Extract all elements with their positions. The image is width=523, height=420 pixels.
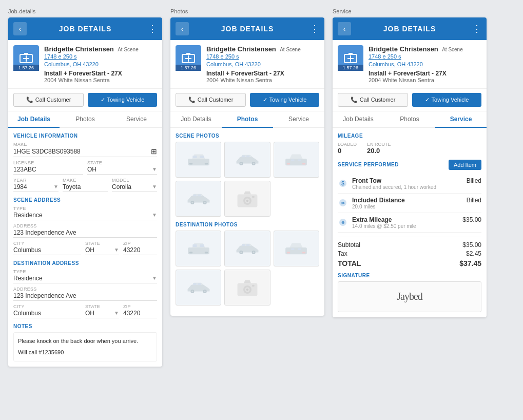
tax-value: $2.45 <box>466 250 481 257</box>
service-item-info-1: Included Distance 20.0 miles <box>352 197 462 209</box>
subtotal-label: Subtotal <box>338 241 360 249</box>
dest-state-label: STATE <box>85 304 119 309</box>
more-button-2[interactable]: ⋮ <box>310 23 319 34</box>
svg-rect-9 <box>189 163 192 164</box>
tab-photos-2[interactable]: Photos <box>222 111 273 128</box>
model-value: Corolla ▼ <box>112 183 157 192</box>
extra-mileage-icon: ⊕ <box>338 217 348 227</box>
svg-point-28 <box>191 202 193 203</box>
phone-icon-2: 📞 <box>188 97 196 103</box>
service-item-price-0: Billed <box>467 177 481 184</box>
dest-address-label: ADDRESS <box>13 287 157 292</box>
address-link2-2[interactable]: Columbus, OH 43220 <box>206 61 319 68</box>
service-item-desc-2: 14.0 miles @ $2.50 per mile <box>352 223 458 229</box>
scene-state-field: STATE OH ▼ <box>85 241 119 255</box>
license-state-row: LICENSE 123ABC STATE OH ▼ <box>13 160 157 175</box>
scene-photo-3[interactable] <box>274 142 319 178</box>
svg-rect-52 <box>198 283 201 285</box>
scene-city-label: CITY <box>13 241 81 246</box>
scene-photo-4[interactable] <box>176 181 221 217</box>
svg-rect-10 <box>204 163 208 164</box>
back-button-3[interactable]: ‹ <box>338 22 351 35</box>
action-btns-3: 📞 Call Customer ✓ Towing Vehicle <box>333 89 487 111</box>
tow-vehicle-btn-2[interactable]: ✓ Towing Vehicle <box>250 93 319 107</box>
extra-mileage-sign-icon: ⊕ <box>339 218 347 226</box>
address-link2-3[interactable]: Columbus, OH 43220 <box>369 61 481 68</box>
svg-point-56 <box>204 291 205 292</box>
tow-vehicle-btn-3[interactable]: ✓ Towing Vehicle <box>412 93 481 107</box>
svg-rect-14 <box>246 156 249 158</box>
notes-box: Please knock on the back door when you a… <box>13 332 157 361</box>
vehicle-desc-1: 2004 White Nissan Sentra <box>44 77 157 83</box>
tab-job-details-3[interactable]: Job Details <box>333 111 384 128</box>
scene-address-title: SCENE ADDRESS <box>13 197 157 203</box>
car-side-icon-1 <box>235 149 260 170</box>
car-rear-icon-1 <box>283 149 309 170</box>
svg-point-33 <box>246 199 249 202</box>
job-info-1: 1:57:26 Bridgette Christensen At Scene 1… <box>8 40 162 89</box>
svg-rect-13 <box>242 156 245 158</box>
car-side-icon-4 <box>186 277 211 298</box>
job-title-2: Install + ForeverStart - 27X <box>206 70 319 77</box>
more-button-1[interactable]: ⋮ <box>148 23 157 34</box>
address-link2-1[interactable]: Columbus, OH 43220 <box>44 61 157 68</box>
panel-header-1: ‹ JOB DETAILS ⋮ <box>8 17 162 40</box>
call-customer-btn-2[interactable]: 📞 Call Customer <box>176 93 246 107</box>
job-details-info-2: Bridgette Christensen At Scene 1748 e 25… <box>206 45 319 83</box>
customer-name-row-1: Bridgette Christensen At Scene <box>44 45 157 53</box>
license-value: 123ABC <box>13 166 83 175</box>
dest-photo-2[interactable] <box>224 231 270 266</box>
svg-rect-41 <box>246 244 249 246</box>
state-value: OH ▼ <box>87 166 157 175</box>
job-icon-3: 1:57:26 <box>338 45 363 71</box>
address-link1-2[interactable]: 1748 e 250 s <box>206 53 319 61</box>
tab-photos-1[interactable]: Photos <box>60 111 111 128</box>
tax-row: Tax $2.45 <box>338 250 481 257</box>
scene-address-value: 123 Independence Ave <box>13 229 157 238</box>
svg-rect-21 <box>302 163 306 164</box>
tab-service-3[interactable]: Service <box>435 111 487 128</box>
address-link1-3[interactable]: 1748 e 250 s <box>369 53 481 61</box>
address-link1-1[interactable]: 1748 e 250 s <box>44 53 157 61</box>
tab-job-details-1[interactable]: Job Details <box>8 111 60 128</box>
dest-photo-4[interactable] <box>176 270 221 306</box>
scene-photo-2[interactable] <box>224 142 270 178</box>
tab-job-details-2[interactable]: Job Details <box>170 111 222 128</box>
add-item-button[interactable]: Add Item <box>449 160 481 170</box>
panel-header-2: ‹ JOB DETAILS ⋮ <box>170 17 324 40</box>
at-scene-1: At Scene <box>118 47 139 52</box>
scene-state-dropdown: ▼ <box>114 247 119 253</box>
back-button-1[interactable]: ‹ <box>13 22 27 35</box>
tab-photos-3[interactable]: Photos <box>384 111 435 128</box>
scene-photos-title: SCENE PHOTOS <box>176 133 319 139</box>
state-label: STATE <box>87 160 157 165</box>
scene-photo-1[interactable] <box>176 142 221 178</box>
dest-type-label: TYPE <box>13 269 157 274</box>
call-customer-btn-3[interactable]: 📞 Call Customer <box>338 93 408 107</box>
scene-zip-label: ZIP <box>123 241 157 246</box>
subtotal-value: $35.00 <box>462 241 481 249</box>
more-button-3[interactable]: ⋮ <box>472 23 481 34</box>
back-button-2[interactable]: ‹ <box>176 22 189 35</box>
job-info-2: 1:57:26 Bridgette Christensen At Scene 1… <box>170 40 324 89</box>
battery-icon-2 <box>181 50 196 66</box>
totals-section: Subtotal $35.00 Tax $2.45 TOTAL $37.45 <box>338 237 481 268</box>
dest-address-value: 123 Independence Ave <box>13 292 157 301</box>
tabs-2: Job Details Photos Service <box>170 111 324 128</box>
svg-point-45 <box>253 252 255 253</box>
service-item-1: ≫ Included Distance 20.0 miles Billed <box>338 194 481 213</box>
scene-photo-camera-1[interactable] <box>224 181 270 217</box>
model-dropdown-icon: ▼ <box>152 184 157 189</box>
dest-photo-3[interactable] <box>274 231 319 266</box>
dest-type-dropdown: ▼ <box>152 275 157 281</box>
call-customer-btn-1[interactable]: 📞 Call Customer <box>13 93 84 107</box>
tab-service-1[interactable]: Service <box>111 111 162 128</box>
dest-city-value: Columbus <box>13 310 81 318</box>
scene-photos-grid <box>176 142 319 217</box>
dest-photo-1[interactable] <box>176 231 221 266</box>
at-scene-2: At Scene <box>280 47 301 52</box>
tab-service-2[interactable]: Service <box>273 111 324 128</box>
dest-address-title: DESTINATION ADDRESS <box>13 260 157 266</box>
dest-photo-camera[interactable] <box>224 270 270 306</box>
tow-vehicle-btn-1[interactable]: ✓ Towing Vehicle <box>88 93 157 107</box>
